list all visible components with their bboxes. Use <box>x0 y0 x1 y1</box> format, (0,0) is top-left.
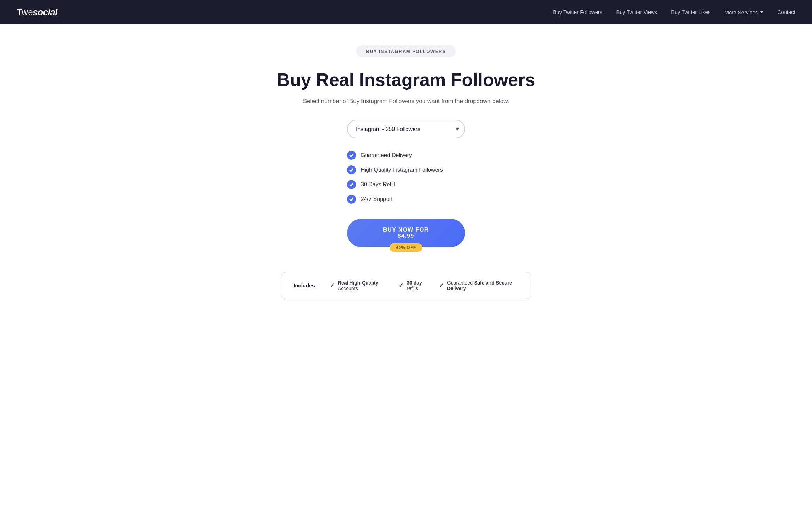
check-circle-icon-4 <box>347 195 356 204</box>
includes-check-1: ✓ <box>330 282 334 289</box>
nav-link-twitter-likes[interactable]: Buy Twitter Likes <box>671 9 710 15</box>
chevron-down-icon <box>760 11 763 13</box>
nav-link-twitter-views[interactable]: Buy Twitter Views <box>616 9 658 15</box>
feature-label-1: Guaranteed Delivery <box>361 152 412 158</box>
logo-prefix: Twe <box>17 7 33 17</box>
main-content: BUY INSTAGRAM FOLLOWERS Buy Real Instagr… <box>249 24 563 313</box>
checkmark-icon-4 <box>349 197 354 202</box>
nav-item-twitter-views[interactable]: Buy Twitter Views <box>616 9 658 15</box>
nav-item-more-services[interactable]: More Services <box>724 9 763 15</box>
nav-link-twitter-followers[interactable]: Buy Twitter Followers <box>553 9 602 15</box>
nav-item-twitter-likes[interactable]: Buy Twitter Likes <box>671 9 710 15</box>
feature-label-2: High Quality Instagram Followers <box>361 167 443 173</box>
includes-check-2: ✓ <box>399 282 403 289</box>
page-subtitle: Select number of Buy Instagram Followers… <box>303 97 509 106</box>
includes-text-2: 30 day refills <box>407 280 429 291</box>
includes-bold-1: Real High-Quality <box>338 280 379 286</box>
checkmark-icon <box>349 153 354 158</box>
includes-bold-3: Safe and Secure Delivery <box>447 280 512 291</box>
nav-link-more-services[interactable]: More Services <box>724 9 758 15</box>
discount-badge: 40% OFF <box>390 243 422 252</box>
nav-links: Buy Twitter Followers Buy Twitter Views … <box>553 9 795 15</box>
features-list: Guaranteed Delivery High Quality Instagr… <box>347 151 465 204</box>
check-circle-icon-2 <box>347 165 356 174</box>
includes-text-1: Real High-Quality Accounts <box>338 280 389 291</box>
page-title: Buy Real Instagram Followers <box>277 70 535 90</box>
followers-dropdown-wrapper: Instagram - 250 Followers Instagram - 50… <box>347 120 465 138</box>
logo-bold: social <box>33 7 57 17</box>
nav-item-twitter-followers[interactable]: Buy Twitter Followers <box>553 9 602 15</box>
buy-button-wrapper: BUY NOW FOR $4.99 40% OFF <box>347 219 465 247</box>
feature-label-4: 24/7 Support <box>361 196 393 202</box>
followers-dropdown[interactable]: Instagram - 250 Followers Instagram - 50… <box>347 120 465 138</box>
nav-item-contact[interactable]: Contact <box>777 9 795 15</box>
feature-high-quality: High Quality Instagram Followers <box>347 165 465 174</box>
page-badge: BUY INSTAGRAM FOLLOWERS <box>356 45 456 57</box>
nav-link-contact[interactable]: Contact <box>777 9 795 15</box>
feature-247-support: 24/7 Support <box>347 195 465 204</box>
feature-label-3: 30 Days Refill <box>361 181 395 188</box>
includes-text-3: Guaranteed Safe and Secure Delivery <box>447 280 518 291</box>
checkmark-icon-2 <box>349 168 354 172</box>
includes-item-2: ✓ 30 day refills <box>399 280 429 291</box>
includes-item-3: ✓ Guaranteed Safe and Secure Delivery <box>439 280 518 291</box>
site-logo[interactable]: Twesocial <box>17 7 57 18</box>
includes-check-3: ✓ <box>439 282 444 289</box>
navbar: Twesocial Buy Twitter Followers Buy Twit… <box>0 0 812 24</box>
buy-now-button[interactable]: BUY NOW FOR $4.99 <box>347 219 465 247</box>
feature-30-days-refill: 30 Days Refill <box>347 180 465 189</box>
includes-item-1: ✓ Real High-Quality Accounts <box>330 280 389 291</box>
feature-guaranteed-delivery: Guaranteed Delivery <box>347 151 465 160</box>
includes-label: Includes: <box>294 282 317 288</box>
check-circle-icon-3 <box>347 180 356 189</box>
includes-bold-2: 30 day <box>407 280 422 286</box>
checkmark-icon-3 <box>349 182 354 187</box>
check-circle-icon <box>347 151 356 160</box>
includes-banner: Includes: ✓ Real High-Quality Accounts ✓… <box>281 272 531 299</box>
